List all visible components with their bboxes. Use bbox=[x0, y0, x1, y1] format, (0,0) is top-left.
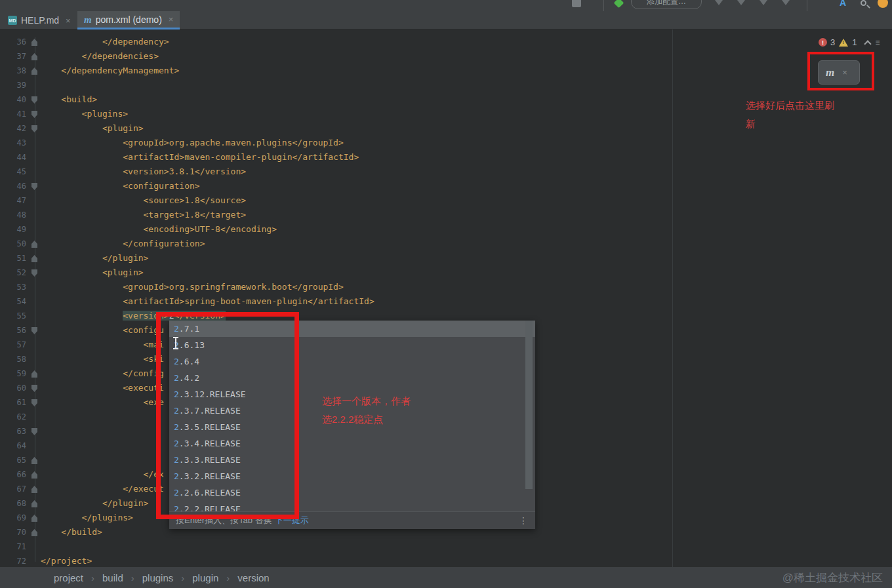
more-options-icon[interactable]: ⋮ bbox=[519, 515, 529, 526]
line-number[interactable]: 56 bbox=[0, 323, 26, 338]
line-number[interactable]: 65 bbox=[0, 453, 26, 467]
breadcrumb-item-plugins[interactable]: plugins bbox=[142, 572, 174, 583]
build-hammer-icon[interactable] bbox=[572, 0, 581, 10]
line-number[interactable]: 62 bbox=[0, 410, 26, 424]
line-number[interactable]: 41 bbox=[0, 107, 26, 121]
fold-end-icon[interactable] bbox=[31, 370, 37, 378]
line-number[interactable]: 48 bbox=[0, 208, 26, 222]
line-number[interactable]: 59 bbox=[0, 366, 26, 381]
line-number[interactable]: 72 bbox=[0, 554, 26, 567]
close-icon[interactable]: × bbox=[66, 16, 71, 26]
line-number[interactable]: 47 bbox=[0, 193, 26, 208]
fold-start-icon[interactable] bbox=[31, 125, 37, 132]
fold-end-icon[interactable] bbox=[31, 241, 37, 248]
line-number[interactable]: 55 bbox=[0, 309, 26, 323]
line-number[interactable]: 63 bbox=[0, 424, 26, 439]
fold-start-icon[interactable] bbox=[31, 183, 37, 190]
line-number[interactable]: 58 bbox=[0, 352, 26, 366]
breadcrumb-item-version[interactable]: version bbox=[237, 572, 269, 583]
code-line[interactable]: 39 bbox=[0, 78, 892, 92]
inspections-menu-icon[interactable]: ≡ bbox=[875, 38, 880, 47]
fold-start-icon[interactable] bbox=[31, 385, 37, 392]
fold-start-icon[interactable] bbox=[31, 428, 37, 435]
line-number[interactable]: 50 bbox=[0, 237, 26, 251]
close-icon[interactable]: × bbox=[169, 14, 174, 24]
code-line[interactable]: 50 </configuration> bbox=[0, 237, 892, 251]
tab-pom-xml[interactable]: m pom.xml (demo) × bbox=[77, 11, 180, 29]
line-number[interactable]: 45 bbox=[0, 165, 26, 179]
fold-end-icon[interactable] bbox=[31, 457, 37, 464]
line-number[interactable]: 42 bbox=[0, 121, 26, 136]
line-number[interactable]: 38 bbox=[0, 64, 26, 78]
line-number[interactable]: 40 bbox=[0, 92, 26, 107]
run-configuration-combo[interactable]: 添加配置… bbox=[631, 0, 702, 9]
code-line[interactable]: 53 <groupId>org.springframework.boot</gr… bbox=[0, 280, 892, 294]
fold-end-icon[interactable] bbox=[31, 53, 37, 60]
breadcrumb-item-build[interactable]: build bbox=[102, 572, 123, 583]
line-number[interactable]: 49 bbox=[0, 222, 26, 237]
search-everywhere-icon[interactable] bbox=[861, 0, 866, 10]
fold-start-icon[interactable] bbox=[31, 327, 37, 334]
fold-start-icon[interactable] bbox=[31, 111, 37, 118]
breadcrumb-item-plugin[interactable]: plugin bbox=[192, 572, 218, 583]
fold-end-icon[interactable] bbox=[31, 68, 37, 75]
profiler-icon[interactable] bbox=[782, 0, 790, 10]
line-number[interactable]: 44 bbox=[0, 150, 26, 165]
popup-scrollbar-thumb[interactable] bbox=[525, 321, 533, 489]
run-icon[interactable] bbox=[715, 0, 723, 10]
line-number[interactable]: 67 bbox=[0, 482, 26, 496]
translate-a-icon[interactable]: A bbox=[840, 0, 846, 10]
line-number[interactable]: 54 bbox=[0, 294, 26, 309]
code-line[interactable]: 54 <artifactId>spring-boot-maven-plugin<… bbox=[0, 294, 892, 309]
code-line[interactable]: 37 </dependencies> bbox=[0, 49, 892, 64]
line-number[interactable]: 57 bbox=[0, 338, 26, 352]
line-number[interactable]: 46 bbox=[0, 179, 26, 193]
line-number[interactable]: 36 bbox=[0, 35, 26, 49]
fold-end-icon[interactable] bbox=[31, 529, 37, 536]
code-line[interactable]: 52 <plugin> bbox=[0, 265, 892, 280]
fold-end-icon[interactable] bbox=[31, 471, 37, 479]
code-line[interactable]: 51 </plugin> bbox=[0, 251, 892, 265]
code-line[interactable]: 45 <version>3.8.1</version> bbox=[0, 165, 892, 179]
fold-end-icon[interactable] bbox=[31, 255, 37, 262]
code-line[interactable]: 49 <encoding>UTF-8</encoding> bbox=[0, 222, 892, 237]
code-line[interactable]: 48 <target>1.8</target> bbox=[0, 208, 892, 222]
line-number[interactable]: 51 bbox=[0, 251, 26, 265]
line-number[interactable]: 60 bbox=[0, 381, 26, 395]
line-number[interactable]: 71 bbox=[0, 539, 26, 554]
code-line[interactable]: 38 </dependencyManagement> bbox=[0, 64, 892, 78]
line-number[interactable]: 43 bbox=[0, 136, 26, 150]
chevron-up-icon[interactable] bbox=[864, 40, 872, 47]
line-number[interactable]: 39 bbox=[0, 78, 26, 92]
fold-start-icon[interactable] bbox=[31, 96, 37, 104]
fold-start-icon[interactable] bbox=[31, 399, 37, 406]
fold-end-icon[interactable] bbox=[31, 486, 37, 493]
code-line[interactable]: 46 <configuration> bbox=[0, 179, 892, 193]
fold-start-icon[interactable] bbox=[31, 269, 37, 277]
line-number[interactable]: 70 bbox=[0, 525, 26, 539]
avatar[interactable] bbox=[878, 0, 888, 10]
code-line[interactable]: 71 bbox=[0, 539, 892, 554]
line-number[interactable]: 37 bbox=[0, 49, 26, 64]
line-number[interactable]: 66 bbox=[0, 467, 26, 482]
fold-end-icon[interactable] bbox=[31, 39, 37, 46]
breadcrumb-item-project[interactable]: project bbox=[54, 572, 83, 583]
tab-help-md[interactable]: MD HELP.md × bbox=[1, 11, 77, 29]
code-line[interactable]: 44 <artifactId>maven-compiler-plugin</ar… bbox=[0, 150, 892, 165]
code-line[interactable]: 43 <groupId>org.apache.maven.plugins</gr… bbox=[0, 136, 892, 150]
code-line[interactable]: 72</project> bbox=[0, 554, 892, 567]
line-number[interactable]: 64 bbox=[0, 439, 26, 453]
line-number[interactable]: 52 bbox=[0, 265, 26, 280]
line-number[interactable]: 69 bbox=[0, 511, 26, 525]
run-widget-icon[interactable] bbox=[615, 0, 622, 10]
code-line[interactable]: 47 <source>1.8</source> bbox=[0, 193, 892, 208]
line-number[interactable]: 53 bbox=[0, 280, 26, 294]
line-number[interactable]: 61 bbox=[0, 395, 26, 410]
coverage-icon[interactable] bbox=[760, 0, 767, 10]
inspections-widget[interactable]: ! 3 1 ≡ bbox=[819, 37, 880, 47]
code-line[interactable]: 36 </dependency> bbox=[0, 35, 892, 49]
fold-end-icon[interactable] bbox=[31, 515, 37, 522]
debug-icon[interactable] bbox=[737, 0, 745, 10]
line-number[interactable]: 68 bbox=[0, 496, 26, 511]
fold-end-icon[interactable] bbox=[31, 500, 37, 507]
